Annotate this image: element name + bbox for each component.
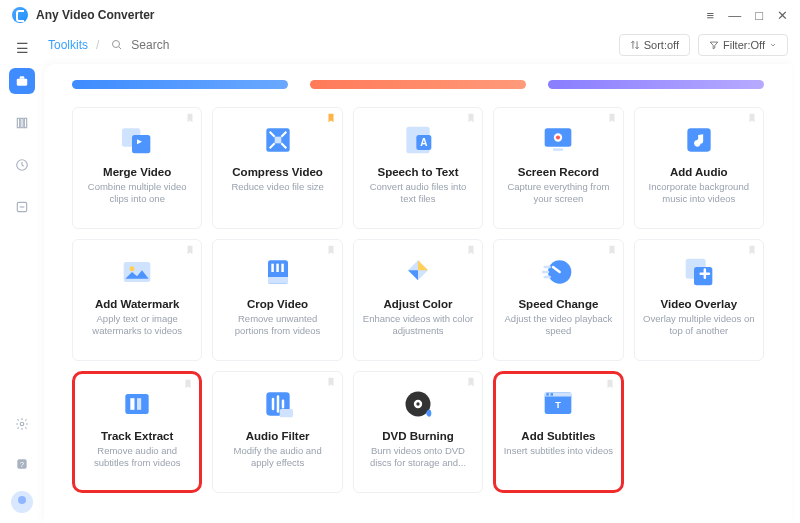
tool-card-compress-video[interactable]: Compress VideoReduce video file size <box>212 107 342 229</box>
tool-title: Track Extract <box>101 430 173 442</box>
tool-desc: Remove audio and subtitles from videos <box>81 445 193 469</box>
screen-record-icon <box>538 120 578 160</box>
video-overlay-icon <box>679 252 719 292</box>
window-maximize-icon[interactable]: □ <box>755 9 763 22</box>
track-extract-icon <box>117 384 157 424</box>
tool-desc: Enhance videos with color adjustments <box>362 313 474 337</box>
audio-filter-icon <box>258 384 298 424</box>
adjust-color-icon <box>398 252 438 292</box>
tool-card-audio-filter[interactable]: Audio FilterModify the audio and apply e… <box>212 371 342 493</box>
sidebar-item-history[interactable] <box>9 152 35 178</box>
tool-card-track-extract[interactable]: Track ExtractRemove audio and subtitles … <box>72 371 202 493</box>
tool-card-merge-video[interactable]: Merge VideoCombine multiple video clips … <box>72 107 202 229</box>
tool-card-speech-to-text[interactable]: ASpeech to TextConvert audio files into … <box>353 107 483 229</box>
tool-desc: Reduce video file size <box>231 181 323 193</box>
breadcrumb-root[interactable]: Toolkits <box>48 38 88 52</box>
sort-label: Sort:off <box>644 39 679 51</box>
search-input[interactable] <box>131 38 251 52</box>
sidebar-item-help[interactable]: ? <box>9 451 35 477</box>
svg-rect-37 <box>279 409 292 417</box>
bookmark-icon[interactable] <box>747 112 757 124</box>
window-minimize-icon[interactable]: — <box>728 9 741 22</box>
svg-rect-23 <box>124 262 151 282</box>
bookmark-icon[interactable] <box>607 244 617 256</box>
search-icon[interactable] <box>111 39 123 51</box>
category-strip-purple[interactable] <box>548 80 764 89</box>
bookmark-icon[interactable] <box>185 244 195 256</box>
category-strip-red[interactable] <box>310 80 526 89</box>
svg-rect-27 <box>271 264 274 272</box>
svg-point-40 <box>416 402 419 405</box>
speech-to-text-icon: A <box>398 120 438 160</box>
tool-grid: Merge VideoCombine multiple video clips … <box>44 89 792 503</box>
svg-rect-28 <box>276 264 279 272</box>
tool-card-add-subtitles[interactable]: TAdd SubtitlesInsert subtitles into vide… <box>493 371 623 493</box>
window-menu-icon[interactable]: ≡ <box>707 9 715 22</box>
bookmark-icon[interactable] <box>607 112 617 124</box>
bookmark-icon[interactable] <box>185 112 195 124</box>
tool-card-video-overlay[interactable]: Video OverlayOverlay multiple videos on … <box>634 239 764 361</box>
tool-title: Add Audio <box>670 166 728 178</box>
library-icon <box>15 116 29 130</box>
sidebar-item-downloads[interactable] <box>9 194 35 220</box>
tool-title: Merge Video <box>103 166 171 178</box>
sort-button[interactable]: Sort:off <box>619 34 690 56</box>
sidebar: ? <box>0 64 44 523</box>
tool-title: Adjust Color <box>383 298 452 310</box>
window-close-icon[interactable]: ✕ <box>777 9 788 22</box>
tool-card-crop-video[interactable]: Crop VideoRemove unwanted portions from … <box>212 239 342 361</box>
svg-rect-14 <box>274 137 281 144</box>
svg-rect-3 <box>17 118 19 127</box>
svg-point-24 <box>130 266 135 271</box>
svg-text:T: T <box>556 400 562 410</box>
bookmark-icon[interactable] <box>466 244 476 256</box>
tool-title: DVD Burning <box>382 430 454 442</box>
bookmark-icon[interactable] <box>747 244 757 256</box>
tool-card-add-watermark[interactable]: Add WatermarkApply text or image waterma… <box>72 239 202 361</box>
tool-card-speed-change[interactable]: Speed ChangeAdjust the video playback sp… <box>493 239 623 361</box>
bookmark-icon[interactable] <box>326 112 336 124</box>
svg-point-8 <box>20 422 24 426</box>
bookmark-icon[interactable] <box>466 112 476 124</box>
user-avatar[interactable] <box>11 491 33 513</box>
bookmark-icon[interactable] <box>326 376 336 388</box>
tool-title: Speech to Text <box>378 166 459 178</box>
category-strip-blue[interactable] <box>72 80 288 89</box>
tool-card-adjust-color[interactable]: Adjust ColorEnhance videos with color ad… <box>353 239 483 361</box>
bookmark-icon[interactable] <box>466 376 476 388</box>
svg-rect-35 <box>137 398 141 410</box>
filter-button[interactable]: Filter:Off <box>698 34 788 56</box>
compress-video-icon <box>258 120 298 160</box>
tool-desc: Insert subtitles into videos <box>504 445 613 457</box>
bookmark-icon[interactable] <box>183 378 193 390</box>
sidebar-item-toolkits[interactable] <box>9 68 35 94</box>
svg-point-0 <box>113 41 120 48</box>
tool-desc: Remove unwanted portions from videos <box>221 313 333 337</box>
bookmark-icon[interactable] <box>326 244 336 256</box>
toolbox-icon <box>15 74 29 88</box>
menu-toggle-icon[interactable]: ☰ <box>16 40 29 56</box>
svg-rect-44 <box>551 393 554 396</box>
sort-icon <box>630 40 640 50</box>
tool-card-screen-record[interactable]: Screen RecordCapture everything from you… <box>493 107 623 229</box>
tool-title: Screen Record <box>518 166 599 178</box>
tool-card-dvd-burning[interactable]: DVD BurningBurn videos onto DVD discs fo… <box>353 371 483 493</box>
window-controls: ≡ — □ ✕ <box>707 9 788 22</box>
sidebar-item-settings[interactable] <box>9 411 35 437</box>
svg-rect-43 <box>547 393 550 396</box>
sidebar-item-library[interactable] <box>9 110 35 136</box>
tool-title: Add Subtitles <box>521 430 595 442</box>
svg-rect-5 <box>24 118 26 127</box>
svg-rect-34 <box>131 398 135 410</box>
svg-line-1 <box>119 47 122 50</box>
svg-text:?: ? <box>20 461 24 468</box>
speed-change-icon <box>538 252 578 292</box>
bookmark-icon[interactable] <box>605 378 615 390</box>
svg-rect-19 <box>553 148 563 151</box>
tool-desc: Overlay multiple videos on top of anothe… <box>643 313 755 337</box>
filter-label: Filter:Off <box>723 39 765 51</box>
tool-card-add-audio[interactable]: Add AudioIncorporate background music in… <box>634 107 764 229</box>
add-watermark-icon <box>117 252 157 292</box>
app-logo-icon <box>12 7 28 23</box>
tool-title: Add Watermark <box>95 298 180 310</box>
